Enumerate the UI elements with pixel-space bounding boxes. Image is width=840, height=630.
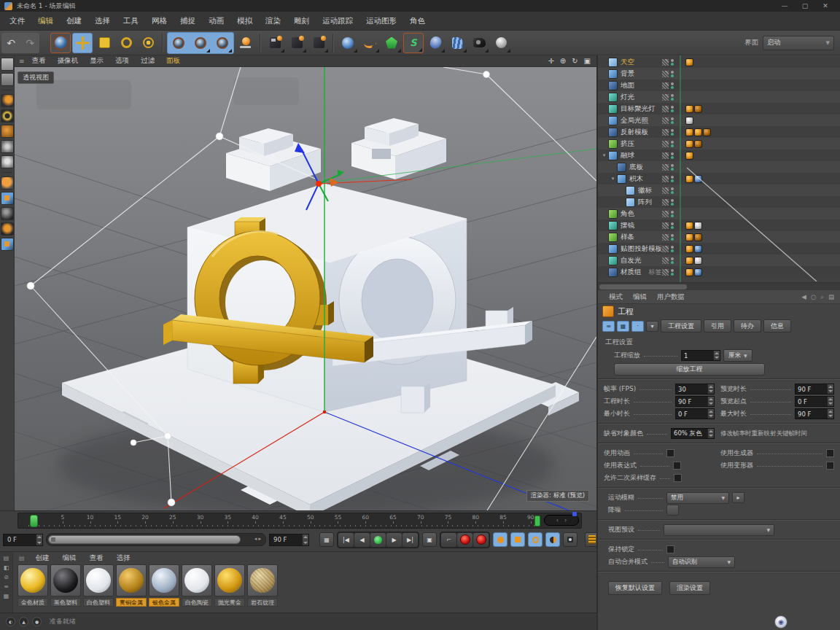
preview-start-input[interactable]: 0 F [795, 396, 834, 407]
tab-info[interactable]: 信息 [763, 319, 791, 332]
material-item[interactable]: 黄铜金属 [116, 564, 147, 607]
add-modeling-button[interactable] [308, 33, 329, 53]
view-preset-dropdown[interactable]: ▼ [664, 524, 774, 536]
render-tag-icon[interactable] [662, 199, 669, 206]
tag-gold-icon[interactable] [685, 233, 693, 241]
preview-end-marker[interactable] [534, 516, 540, 526]
timeline-scroll-thumb[interactable] [48, 535, 241, 544]
pan-view-icon[interactable]: ✛ [548, 55, 553, 66]
render-tag-icon[interactable] [662, 71, 669, 77]
object-icon[interactable] [608, 128, 618, 137]
render-tag-icon[interactable] [662, 129, 669, 136]
tab-todo[interactable]: 待办 [734, 319, 761, 332]
object-row[interactable]: 角色 [598, 208, 840, 219]
viewport-panel[interactable]: ≡ 查看 摄像机 显示 选项 过滤 面板 ✛ ⊕ ↻ ▣ 透视视图 [15, 55, 596, 510]
material-item[interactable]: 白色陶瓷 [182, 564, 212, 607]
playhead[interactable] [30, 515, 38, 527]
visibility-dots[interactable] [671, 164, 674, 171]
add-camera-button[interactable] [469, 33, 489, 53]
viewport-menu-icon[interactable]: ≡ [19, 58, 25, 65]
object-icon[interactable] [608, 268, 618, 277]
object-icon[interactable] [608, 256, 618, 265]
polygons-mode-icon[interactable] [1, 176, 14, 190]
zoom-view-icon[interactable]: ⊕ [560, 55, 566, 66]
object-row[interactable]: 地面 [598, 79, 840, 91]
object-name[interactable]: 融球 [621, 151, 634, 160]
material-preview-tile[interactable] [247, 564, 278, 596]
viewport-menu-item-active[interactable]: 面板 [160, 56, 186, 66]
coordinate-system-button[interactable] [138, 33, 158, 53]
expand-toggle-icon[interactable] [601, 152, 607, 158]
render-picture-viewer-button[interactable] [190, 33, 211, 53]
object-icon[interactable] [608, 104, 618, 114]
blur-reset-icon[interactable]: ▸ [732, 492, 744, 503]
menu-item[interactable]: 运动跟踪 [316, 12, 359, 30]
scale-project-button[interactable]: 缩放工程 [614, 363, 765, 376]
material-preview-tile[interactable] [116, 564, 147, 596]
menu-item[interactable]: 运动图形 [359, 12, 403, 30]
points-mode-icon[interactable] [1, 140, 14, 153]
material-item[interactable]: 岩石纹理 [247, 564, 278, 607]
render-tag-icon[interactable] [662, 82, 669, 89]
redo-icon[interactable]: ↷ [20, 37, 39, 49]
record-rotation-toggle[interactable] [528, 532, 542, 547]
previous-frame-button[interactable]: ◀ [354, 533, 370, 547]
sphere-view-icon[interactable]: ◧ [4, 564, 9, 571]
denoise-toggle[interactable] [666, 505, 679, 516]
viewport-menu-item[interactable]: 查看 [26, 56, 52, 66]
menu-item[interactable]: 动画 [202, 12, 230, 30]
go-to-end-button[interactable]: ▶| [402, 533, 418, 547]
object-row[interactable]: 样条 [598, 231, 840, 243]
object-name[interactable]: 全局光照 [621, 116, 648, 125]
scale-tool-button[interactable] [94, 33, 114, 53]
object-row[interactable]: 积木 [598, 173, 840, 184]
object-name[interactable]: 徽标 [638, 186, 652, 195]
use-generators-checkbox[interactable] [826, 449, 834, 457]
render-tag-icon[interactable] [662, 106, 669, 112]
object-row[interactable]: 融球 [598, 149, 840, 161]
object-row[interactable]: 灯光 [598, 91, 840, 103]
tag-gold-icon[interactable] [685, 257, 693, 265]
tab-references[interactable]: 引用 [704, 319, 731, 332]
material-preview-tile[interactable] [149, 564, 179, 596]
merge-mode-dropdown[interactable]: 自动识别▼ [668, 556, 735, 568]
object-row[interactable]: 背景 [598, 68, 840, 79]
object-name[interactable]: 样条 [621, 233, 634, 242]
edges-mode-icon[interactable] [1, 155, 14, 168]
add-generator-button[interactable] [287, 33, 307, 53]
visibility-dots[interactable] [671, 222, 674, 229]
minimize-button[interactable]: — [774, 0, 795, 12]
motion-blur-dropdown[interactable]: 禁用▼ [666, 492, 729, 504]
object-name[interactable]: 摆镜 [621, 221, 634, 230]
search-icon[interactable]: ⌕ [820, 293, 824, 301]
render-settings-button[interactable] [236, 33, 256, 53]
go-to-start-button[interactable]: |◀ [338, 533, 354, 547]
record-button[interactable] [457, 533, 472, 547]
keep-lock-checkbox[interactable] [666, 545, 674, 553]
object-name[interactable]: 贴图投射模板 [621, 244, 662, 254]
undo-view-icon[interactable] [1, 58, 14, 71]
material-menu-icon[interactable]: ▤ [19, 555, 25, 561]
object-name[interactable]: 底板 [629, 163, 643, 172]
add-field-button[interactable] [425, 33, 446, 53]
live-selection-button[interactable] [50, 33, 71, 53]
render-region-button[interactable] [212, 33, 233, 53]
disable-icon[interactable]: ⊘ [4, 574, 9, 580]
help-bubble-icon[interactable]: ◉ [774, 615, 788, 629]
mat-menu-item[interactable]: 查看 [83, 553, 110, 563]
tag-gold-icon[interactable] [694, 128, 702, 136]
timeline-scrollbar[interactable]: ◂ ▸ [46, 533, 266, 546]
object-icon[interactable] [608, 244, 618, 254]
material-name[interactable]: 白色塑料 [83, 598, 114, 607]
tag-gold-icon[interactable] [685, 222, 693, 230]
list-view-icon[interactable]: ≡ [4, 583, 9, 590]
tag-goldD-icon[interactable] [703, 128, 711, 136]
object-icon[interactable] [626, 186, 635, 195]
visibility-dots[interactable] [671, 59, 674, 66]
back-arrow-icon[interactable]: ◀ [801, 293, 806, 301]
render-tag-icon[interactable] [662, 211, 669, 217]
tab-basic-icon[interactable]: ≡ [602, 321, 615, 332]
material-preview-tile[interactable] [50, 564, 81, 596]
tag-white-icon[interactable] [685, 117, 693, 125]
material-name[interactable]: 黑色塑料 [50, 598, 81, 607]
